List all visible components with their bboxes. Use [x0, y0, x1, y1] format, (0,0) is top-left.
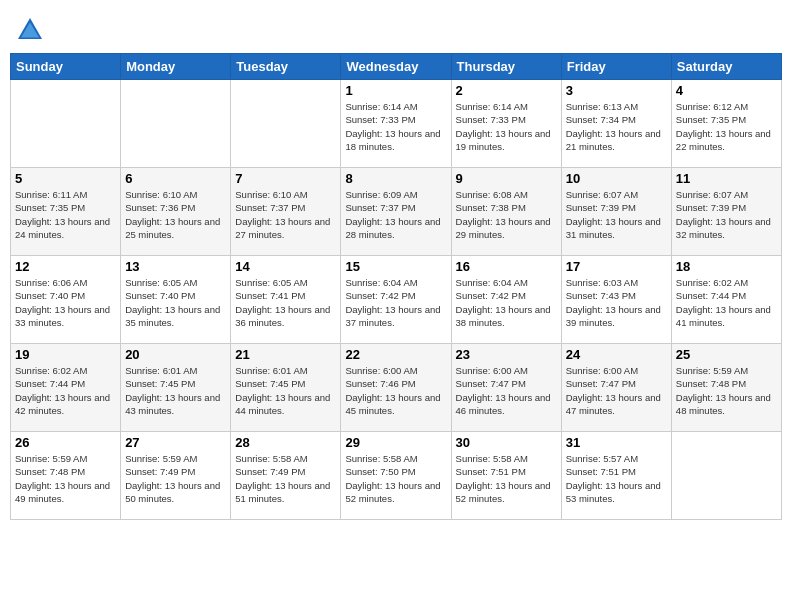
day-number: 10	[566, 171, 667, 186]
day-info: Sunrise: 6:10 AM Sunset: 7:37 PM Dayligh…	[235, 188, 336, 241]
week-row-4: 19Sunrise: 6:02 AM Sunset: 7:44 PM Dayli…	[11, 344, 782, 432]
calendar-cell	[121, 80, 231, 168]
calendar-cell: 24Sunrise: 6:00 AM Sunset: 7:47 PM Dayli…	[561, 344, 671, 432]
calendar-cell: 26Sunrise: 5:59 AM Sunset: 7:48 PM Dayli…	[11, 432, 121, 520]
logo	[15, 15, 49, 45]
day-number: 21	[235, 347, 336, 362]
calendar-cell: 23Sunrise: 6:00 AM Sunset: 7:47 PM Dayli…	[451, 344, 561, 432]
day-info: Sunrise: 6:06 AM Sunset: 7:40 PM Dayligh…	[15, 276, 116, 329]
weekday-header-tuesday: Tuesday	[231, 54, 341, 80]
calendar-cell: 14Sunrise: 6:05 AM Sunset: 7:41 PM Dayli…	[231, 256, 341, 344]
weekday-header-thursday: Thursday	[451, 54, 561, 80]
day-number: 14	[235, 259, 336, 274]
day-info: Sunrise: 6:09 AM Sunset: 7:37 PM Dayligh…	[345, 188, 446, 241]
weekday-header-sunday: Sunday	[11, 54, 121, 80]
day-info: Sunrise: 6:04 AM Sunset: 7:42 PM Dayligh…	[456, 276, 557, 329]
day-number: 9	[456, 171, 557, 186]
calendar-cell: 15Sunrise: 6:04 AM Sunset: 7:42 PM Dayli…	[341, 256, 451, 344]
day-number: 29	[345, 435, 446, 450]
calendar-cell: 10Sunrise: 6:07 AM Sunset: 7:39 PM Dayli…	[561, 168, 671, 256]
calendar-cell: 21Sunrise: 6:01 AM Sunset: 7:45 PM Dayli…	[231, 344, 341, 432]
calendar: SundayMondayTuesdayWednesdayThursdayFrid…	[10, 53, 782, 520]
week-row-1: 1Sunrise: 6:14 AM Sunset: 7:33 PM Daylig…	[11, 80, 782, 168]
logo-icon	[15, 15, 45, 45]
day-info: Sunrise: 6:01 AM Sunset: 7:45 PM Dayligh…	[235, 364, 336, 417]
day-info: Sunrise: 6:11 AM Sunset: 7:35 PM Dayligh…	[15, 188, 116, 241]
day-info: Sunrise: 5:59 AM Sunset: 7:49 PM Dayligh…	[125, 452, 226, 505]
day-number: 30	[456, 435, 557, 450]
day-info: Sunrise: 6:07 AM Sunset: 7:39 PM Dayligh…	[676, 188, 777, 241]
day-number: 19	[15, 347, 116, 362]
day-info: Sunrise: 5:59 AM Sunset: 7:48 PM Dayligh…	[676, 364, 777, 417]
day-info: Sunrise: 6:12 AM Sunset: 7:35 PM Dayligh…	[676, 100, 777, 153]
calendar-cell: 9Sunrise: 6:08 AM Sunset: 7:38 PM Daylig…	[451, 168, 561, 256]
day-info: Sunrise: 5:59 AM Sunset: 7:48 PM Dayligh…	[15, 452, 116, 505]
calendar-cell: 19Sunrise: 6:02 AM Sunset: 7:44 PM Dayli…	[11, 344, 121, 432]
day-info: Sunrise: 6:02 AM Sunset: 7:44 PM Dayligh…	[15, 364, 116, 417]
calendar-cell	[231, 80, 341, 168]
header	[10, 10, 782, 45]
day-number: 1	[345, 83, 446, 98]
weekday-header-monday: Monday	[121, 54, 231, 80]
calendar-cell: 11Sunrise: 6:07 AM Sunset: 7:39 PM Dayli…	[671, 168, 781, 256]
day-number: 17	[566, 259, 667, 274]
weekday-header-row: SundayMondayTuesdayWednesdayThursdayFrid…	[11, 54, 782, 80]
day-info: Sunrise: 6:03 AM Sunset: 7:43 PM Dayligh…	[566, 276, 667, 329]
day-number: 24	[566, 347, 667, 362]
day-number: 25	[676, 347, 777, 362]
day-info: Sunrise: 6:04 AM Sunset: 7:42 PM Dayligh…	[345, 276, 446, 329]
day-number: 7	[235, 171, 336, 186]
calendar-cell: 22Sunrise: 6:00 AM Sunset: 7:46 PM Dayli…	[341, 344, 451, 432]
day-info: Sunrise: 6:14 AM Sunset: 7:33 PM Dayligh…	[456, 100, 557, 153]
weekday-header-wednesday: Wednesday	[341, 54, 451, 80]
calendar-cell: 8Sunrise: 6:09 AM Sunset: 7:37 PM Daylig…	[341, 168, 451, 256]
day-info: Sunrise: 6:10 AM Sunset: 7:36 PM Dayligh…	[125, 188, 226, 241]
day-number: 18	[676, 259, 777, 274]
day-number: 28	[235, 435, 336, 450]
calendar-cell: 20Sunrise: 6:01 AM Sunset: 7:45 PM Dayli…	[121, 344, 231, 432]
calendar-cell: 4Sunrise: 6:12 AM Sunset: 7:35 PM Daylig…	[671, 80, 781, 168]
day-number: 20	[125, 347, 226, 362]
day-info: Sunrise: 6:07 AM Sunset: 7:39 PM Dayligh…	[566, 188, 667, 241]
day-number: 4	[676, 83, 777, 98]
calendar-cell: 1Sunrise: 6:14 AM Sunset: 7:33 PM Daylig…	[341, 80, 451, 168]
day-number: 27	[125, 435, 226, 450]
calendar-cell: 28Sunrise: 5:58 AM Sunset: 7:49 PM Dayli…	[231, 432, 341, 520]
day-info: Sunrise: 6:00 AM Sunset: 7:46 PM Dayligh…	[345, 364, 446, 417]
day-info: Sunrise: 6:00 AM Sunset: 7:47 PM Dayligh…	[456, 364, 557, 417]
day-number: 8	[345, 171, 446, 186]
day-number: 11	[676, 171, 777, 186]
calendar-cell	[671, 432, 781, 520]
calendar-cell: 13Sunrise: 6:05 AM Sunset: 7:40 PM Dayli…	[121, 256, 231, 344]
weekday-header-friday: Friday	[561, 54, 671, 80]
day-info: Sunrise: 6:02 AM Sunset: 7:44 PM Dayligh…	[676, 276, 777, 329]
day-number: 23	[456, 347, 557, 362]
day-number: 3	[566, 83, 667, 98]
day-number: 6	[125, 171, 226, 186]
day-info: Sunrise: 6:05 AM Sunset: 7:40 PM Dayligh…	[125, 276, 226, 329]
week-row-5: 26Sunrise: 5:59 AM Sunset: 7:48 PM Dayli…	[11, 432, 782, 520]
calendar-cell: 12Sunrise: 6:06 AM Sunset: 7:40 PM Dayli…	[11, 256, 121, 344]
day-info: Sunrise: 6:13 AM Sunset: 7:34 PM Dayligh…	[566, 100, 667, 153]
day-info: Sunrise: 5:58 AM Sunset: 7:50 PM Dayligh…	[345, 452, 446, 505]
calendar-cell: 31Sunrise: 5:57 AM Sunset: 7:51 PM Dayli…	[561, 432, 671, 520]
day-info: Sunrise: 6:00 AM Sunset: 7:47 PM Dayligh…	[566, 364, 667, 417]
calendar-cell: 25Sunrise: 5:59 AM Sunset: 7:48 PM Dayli…	[671, 344, 781, 432]
day-number: 12	[15, 259, 116, 274]
day-info: Sunrise: 6:01 AM Sunset: 7:45 PM Dayligh…	[125, 364, 226, 417]
day-number: 13	[125, 259, 226, 274]
calendar-cell: 3Sunrise: 6:13 AM Sunset: 7:34 PM Daylig…	[561, 80, 671, 168]
calendar-cell: 27Sunrise: 5:59 AM Sunset: 7:49 PM Dayli…	[121, 432, 231, 520]
calendar-cell: 29Sunrise: 5:58 AM Sunset: 7:50 PM Dayli…	[341, 432, 451, 520]
day-info: Sunrise: 6:14 AM Sunset: 7:33 PM Dayligh…	[345, 100, 446, 153]
calendar-cell: 18Sunrise: 6:02 AM Sunset: 7:44 PM Dayli…	[671, 256, 781, 344]
day-info: Sunrise: 5:57 AM Sunset: 7:51 PM Dayligh…	[566, 452, 667, 505]
day-number: 16	[456, 259, 557, 274]
calendar-cell: 6Sunrise: 6:10 AM Sunset: 7:36 PM Daylig…	[121, 168, 231, 256]
day-number: 15	[345, 259, 446, 274]
week-row-3: 12Sunrise: 6:06 AM Sunset: 7:40 PM Dayli…	[11, 256, 782, 344]
day-info: Sunrise: 6:05 AM Sunset: 7:41 PM Dayligh…	[235, 276, 336, 329]
week-row-2: 5Sunrise: 6:11 AM Sunset: 7:35 PM Daylig…	[11, 168, 782, 256]
day-number: 22	[345, 347, 446, 362]
calendar-cell: 7Sunrise: 6:10 AM Sunset: 7:37 PM Daylig…	[231, 168, 341, 256]
